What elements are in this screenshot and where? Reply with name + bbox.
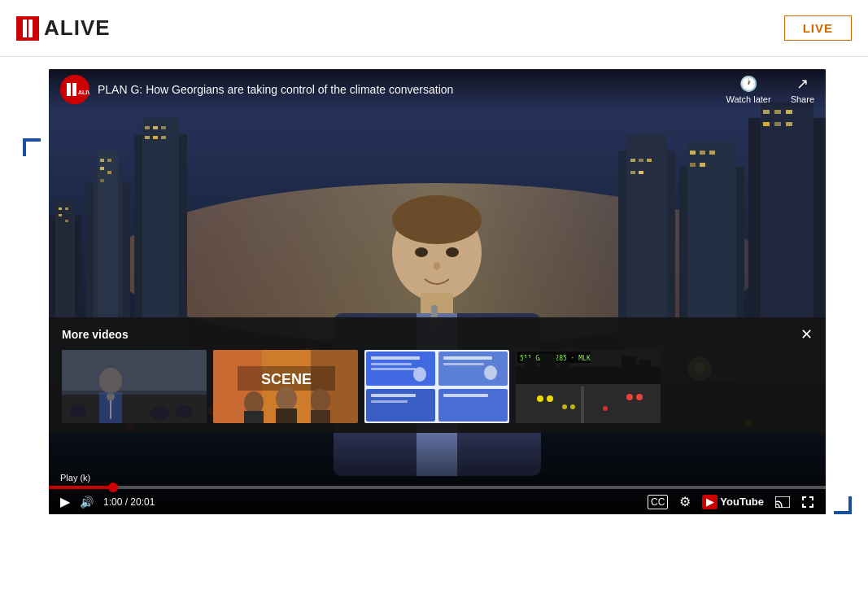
svg-rect-107 — [443, 356, 492, 360]
svg-point-71 — [434, 262, 440, 270]
progress-bar[interactable] — [49, 486, 826, 489]
svg-rect-116 — [581, 387, 584, 423]
progress-dot — [108, 483, 118, 492]
svg-rect-22 — [153, 136, 158, 139]
svg-rect-20 — [161, 126, 166, 129]
svg-rect-75 — [72, 83, 76, 96]
thumbnails-row: SCENE — [62, 350, 813, 423]
svg-rect-15 — [100, 179, 104, 182]
svg-point-117 — [537, 395, 543, 402]
svg-rect-109 — [371, 394, 416, 397]
svg-point-83 — [70, 404, 86, 417]
svg-point-95 — [276, 387, 297, 411]
svg-rect-37 — [700, 163, 705, 167]
svg-rect-106 — [371, 368, 416, 370]
thumbnail-2[interactable]: SCENE — [213, 350, 358, 423]
logo-alive-text: ALIVE — [44, 15, 111, 41]
svg-point-120 — [636, 394, 643, 400]
svg-rect-127 — [524, 358, 536, 382]
svg-point-65 — [392, 195, 482, 244]
channel-logo: ALIVE — [60, 75, 89, 104]
thumbnail-3[interactable] — [364, 350, 509, 423]
svg-point-84 — [150, 407, 169, 420]
video-top-bar: ALIVE PLAN G: How Georgians are taking c… — [49, 69, 826, 110]
svg-rect-110 — [371, 400, 408, 403]
watch-later-icon: 🕐 — [739, 75, 757, 93]
watch-later-label: Watch later — [726, 94, 770, 104]
svg-point-123 — [603, 406, 608, 411]
svg-rect-111 — [443, 394, 488, 397]
svg-point-119 — [626, 394, 633, 400]
svg-point-97 — [311, 389, 330, 412]
svg-point-85 — [176, 405, 192, 418]
svg-rect-94 — [244, 411, 264, 423]
svg-rect-33 — [690, 151, 696, 155]
time-display: 1:00 / 20:01 — [103, 496, 155, 508]
svg-rect-129 — [560, 362, 570, 382]
svg-point-69 — [415, 247, 428, 257]
svg-rect-96 — [276, 408, 297, 423]
controls-right: CC ⚙ ▶ YouTube — [648, 494, 814, 509]
svg-rect-108 — [443, 363, 484, 365]
svg-text:ALIVE: ALIVE — [78, 90, 89, 95]
captions-button[interactable]: CC — [648, 495, 668, 509]
thumb-4-svg: 511.GA · 285 · MLK — [516, 350, 661, 423]
thumbnail-4[interactable]: 511.GA · 285 · MLK — [516, 350, 661, 423]
logo-bar-2 — [28, 20, 33, 37]
svg-rect-26 — [630, 159, 635, 162]
svg-rect-28 — [647, 159, 652, 162]
logo-bar-1 — [23, 20, 27, 37]
svg-rect-104 — [371, 356, 420, 360]
logo-box — [16, 16, 39, 41]
svg-point-70 — [446, 247, 459, 257]
svg-rect-45 — [786, 122, 792, 126]
svg-rect-12 — [107, 159, 111, 162]
youtube-icon: ▶ — [702, 495, 718, 509]
video-player[interactable]: ALIVE PLAN G: How Georgians are taking c… — [49, 69, 826, 514]
svg-rect-126 — [516, 366, 661, 384]
video-controls: Play (k) ▶ 🔊 1:00 / 20:01 CC ⚙ ▶ YouTube — [49, 433, 826, 514]
svg-rect-40 — [763, 110, 770, 114]
svg-rect-4 — [59, 207, 62, 210]
close-more-videos-button[interactable]: ✕ — [800, 327, 813, 342]
more-videos-panel: More videos ✕ — [49, 317, 826, 433]
share-icon: ↗ — [796, 75, 809, 93]
logo-eleven — [23, 20, 33, 37]
svg-rect-19 — [153, 126, 158, 129]
svg-rect-5 — [65, 207, 68, 210]
svg-rect-41 — [774, 110, 781, 114]
svg-rect-86 — [62, 350, 207, 395]
svg-rect-29 — [630, 171, 635, 174]
play-button[interactable]: ▶ — [60, 494, 70, 509]
svg-rect-115 — [516, 382, 661, 423]
youtube-text: YouTube — [720, 496, 764, 508]
share-button[interactable]: ↗ Share — [791, 75, 814, 104]
svg-rect-30 — [639, 171, 643, 174]
svg-rect-11 — [100, 159, 104, 162]
youtube-logo: ▶ YouTube — [702, 495, 764, 509]
corner-accent-tl — [23, 138, 41, 156]
svg-rect-105 — [371, 363, 412, 365]
settings-button[interactable]: ⚙ — [679, 494, 691, 509]
svg-point-93 — [244, 391, 264, 414]
svg-rect-36 — [690, 163, 696, 167]
svg-rect-131 — [639, 360, 651, 382]
thumbnail-1[interactable] — [62, 350, 207, 423]
svg-rect-44 — [774, 122, 781, 126]
svg-point-113 — [484, 365, 497, 380]
live-button[interactable]: LIVE — [784, 15, 852, 41]
svg-rect-74 — [67, 83, 71, 96]
more-videos-header: More videos ✕ — [62, 327, 813, 342]
svg-rect-42 — [786, 110, 792, 114]
thumb-2-svg: SCENE — [213, 350, 358, 423]
svg-rect-27 — [639, 159, 643, 162]
svg-rect-43 — [763, 122, 770, 126]
fullscreen-button[interactable] — [801, 496, 814, 509]
svg-rect-13 — [100, 167, 104, 170]
svg-rect-21 — [145, 136, 150, 139]
volume-button[interactable]: 🔊 — [80, 496, 94, 509]
cast-button[interactable] — [775, 496, 790, 508]
watch-later-button[interactable]: 🕐 Watch later — [726, 75, 770, 104]
play-label: Play (k) — [49, 470, 826, 486]
svg-point-122 — [570, 404, 575, 409]
